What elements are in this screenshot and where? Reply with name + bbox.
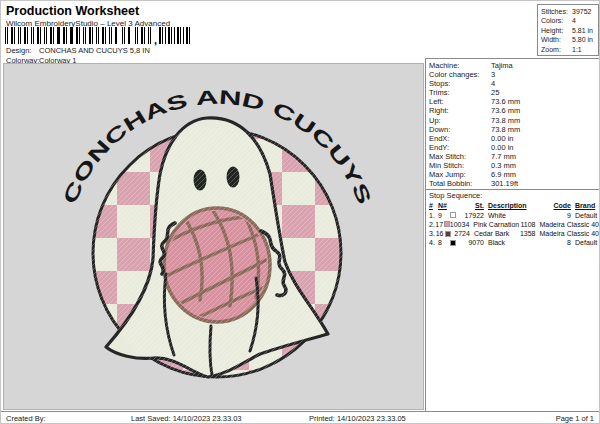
row-num: 3. <box>429 229 436 238</box>
info-value: Tajima <box>491 61 513 70</box>
design-value: CONCHAS AND CUCUYS 5,8 IN <box>39 46 150 55</box>
printed-text: Printed: 14/10/2023 23.33.05 <box>309 414 406 423</box>
machine-info-row: EndX:0.00 in <box>429 134 599 143</box>
info-value: 73.8 mm <box>491 116 520 125</box>
info-value: 0.00 in <box>491 143 514 152</box>
thread-brand: Madeira Classic 40 <box>539 220 599 229</box>
machine-info-row: Min Stitch:0.3 mm <box>429 161 599 170</box>
barcode-bars-icon <box>5 27 152 44</box>
summary-row: Zoom:1:1 <box>541 45 598 54</box>
barcode-bars-icon <box>159 27 190 44</box>
info-value: 4 <box>491 79 495 88</box>
col-header-code: Code <box>548 201 571 210</box>
summary-value: 4 <box>572 17 576 24</box>
info-value: 73.6 mm <box>491 97 520 106</box>
thread-brand: Default <box>575 238 599 247</box>
stop-sequence-row: 4. 8 9070 Black 8 Default <box>429 238 599 247</box>
info-value: 73.6 mm <box>491 106 520 115</box>
summary-value: 39752 <box>572 8 591 15</box>
stop-sequence-header-row: # N# St. Description Code Brand <box>429 201 599 210</box>
page-number: Page 1 of 1 <box>556 414 594 423</box>
thread-swatch <box>450 212 458 218</box>
row-num: 1. <box>429 211 438 220</box>
stitch-count: 10034 <box>450 220 469 229</box>
machine-info-row: EndY:0.00 in <box>429 143 599 152</box>
stitch-texture-overlay <box>91 127 343 379</box>
summary-row: Stitches:39752 <box>541 7 598 16</box>
machine-info-row: Stops:4 <box>429 79 599 88</box>
machine-info-row: Color changes:3 <box>429 70 599 79</box>
col-header-num: # <box>429 201 438 210</box>
stitch-summary-box: Stitches:39752 Colors:4 Height:5.81 in W… <box>537 4 599 56</box>
machine-info-row: Max Jump:6.9 mm <box>429 170 599 179</box>
barcode-comma: , <box>154 36 157 44</box>
summary-value: 5.80 in <box>572 36 593 43</box>
machine-info-list: Machine:Tajima Color changes:3 Stops:4 T… <box>426 59 599 188</box>
thread-code: 1108 <box>519 220 535 229</box>
info-value: 6.9 mm <box>491 170 516 179</box>
page-footer: Created By: Last Saved: 14/10/2023 23.33… <box>1 411 599 424</box>
created-by-label: Created By: <box>6 414 46 423</box>
info-label: Down: <box>429 125 491 134</box>
thread-description: Cedar Bark <box>474 229 519 238</box>
machine-info-row: Max Stitch:7.7 mm <box>429 152 599 161</box>
needle-num: 9 <box>438 211 450 220</box>
stitch-count: 2724 <box>451 229 470 238</box>
machine-info-row: Right:73.6 mm <box>429 106 599 115</box>
info-label: EndX: <box>429 134 491 143</box>
col-header-stitches: St. <box>458 201 484 210</box>
last-saved-text: Last Saved: 14/10/2023 23.33.03 <box>131 414 242 423</box>
info-label: Color changes: <box>429 70 491 79</box>
summary-row: Width:5.80 in <box>541 35 598 44</box>
info-label: Up: <box>429 116 491 125</box>
summary-label: Height: <box>541 26 572 35</box>
machine-info-row: Left:73.6 mm <box>429 97 599 106</box>
machine-info-row: Trims:25 <box>429 88 599 97</box>
stop-sequence-row: 2. 17 10034 Pink Carnation 1108 Madeira … <box>429 220 599 229</box>
thread-code: 1358 <box>518 229 535 238</box>
needle-num: 8 <box>438 238 450 247</box>
thread-brand: Madeira Classic 40 <box>539 229 599 238</box>
thread-description: Pink Carnation <box>473 220 519 229</box>
needle-num: 16 <box>436 229 445 238</box>
info-value: 0.3 mm <box>491 161 516 170</box>
col-header-brand: Brand <box>575 201 599 210</box>
stop-sequence-table: # N# St. Description Code Brand 1. 9 179… <box>429 201 599 247</box>
summary-label: Width: <box>541 35 572 44</box>
info-value: 73.8 mm <box>491 125 520 134</box>
stop-sequence-title: Stop Sequence: <box>429 191 599 200</box>
design-name-row: Design:CONCHAS AND CUCUYS 5,8 IN <box>6 46 150 55</box>
stop-sequence-row: 3. 16 2724 Cedar Bark 1358 Madeira Class… <box>429 229 599 238</box>
thread-description: Black <box>488 238 548 247</box>
machine-info-row: Total Bobbin:301.19ft <box>429 179 599 188</box>
thread-code: 8 <box>548 238 571 247</box>
info-value: 0.00 in <box>491 134 514 143</box>
summary-row: Height:5.81 in <box>541 26 598 35</box>
info-value: 25 <box>491 88 499 97</box>
ghost-concha-artwork: CONCHAS AND CUCUYS <box>4 64 425 411</box>
summary-row: Colors:4 <box>541 16 598 25</box>
needle-num: 17 <box>435 220 443 229</box>
machine-info-row: Up:73.8 mm <box>429 116 599 125</box>
machine-info-row: Down:73.8 mm <box>429 125 599 134</box>
info-label: EndY: <box>429 143 491 152</box>
info-label: Max Jump: <box>429 170 491 179</box>
info-value: 7.7 mm <box>491 152 516 161</box>
design-label: Design: <box>6 46 39 55</box>
info-label: Stops: <box>429 79 491 88</box>
summary-label: Stitches: <box>541 7 572 16</box>
machine-info-row: Machine:Tajima <box>429 61 599 70</box>
thread-swatch <box>450 240 458 246</box>
info-label: Max Stitch: <box>429 152 491 161</box>
summary-value: 5.81 in <box>572 27 593 34</box>
info-label: Total Bobbin: <box>429 179 491 188</box>
info-label: Right: <box>429 106 491 115</box>
production-worksheet-page: Production Worksheet Wilcom EmbroiderySt… <box>0 0 600 424</box>
summary-label: Colors: <box>541 16 572 25</box>
info-label: Trims: <box>429 88 491 97</box>
row-num: 4. <box>429 238 438 247</box>
info-label: Left: <box>429 97 491 106</box>
info-value: 301.19ft <box>491 179 518 188</box>
info-value: 3 <box>491 70 495 79</box>
page-title: Production Worksheet <box>6 4 139 18</box>
